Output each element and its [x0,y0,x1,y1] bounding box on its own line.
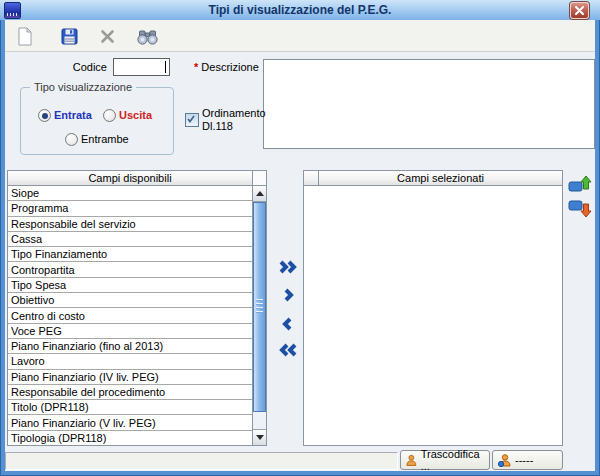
codice-input[interactable] [113,58,170,76]
list-item[interactable]: Tipo Spesa [8,278,252,293]
double-chevron-right-icon [278,260,298,274]
close-icon [575,6,584,15]
move-up-button[interactable] [568,173,592,195]
dashes-label: ----- [515,454,533,466]
available-list-header[interactable]: Campi disponibili [7,170,253,186]
delete-button[interactable] [95,24,119,48]
radio-entrata-label[interactable]: Entrata [54,109,92,121]
available-list-scrollbar[interactable] [252,185,267,446]
selected-header-rowcell [304,171,319,185]
trascodifica-button[interactable]: Trascodifica ... [400,450,490,470]
person-info-icon [498,454,511,467]
search-button[interactable] [133,24,161,48]
list-item[interactable]: Tipo Finanziamento [8,247,252,262]
scroll-down-icon [256,435,264,440]
list-item[interactable]: Programma [8,201,252,216]
ordinamento-label-line1: Ordinamento [202,107,266,119]
list-item[interactable]: Responsabile del servizio [8,217,252,232]
scroll-up-button[interactable] [253,186,266,202]
search-binoculars-icon [136,28,159,45]
list-item[interactable]: Titolo (DPR118) [8,400,252,415]
list-item[interactable]: Responsabile del procedimento [8,385,252,400]
scroll-up-icon [256,191,264,196]
radio-entrambe[interactable] [65,133,78,146]
move-down-button[interactable] [568,198,592,220]
person-icon [406,454,417,467]
close-button[interactable] [570,2,589,19]
required-asterisk: * [194,61,198,73]
radio-uscita-label[interactable]: Uscita [119,109,152,121]
available-list: Siope Programma Responsabile del servizi… [7,185,253,446]
dashes-button[interactable]: ----- [492,450,563,470]
check-icon [186,114,196,124]
list-item[interactable]: Piano Finanziario (V liv. PEG) [8,415,252,430]
list-item[interactable]: Tipologia (DPR118) [8,431,252,445]
selected-list[interactable] [303,185,563,446]
delete-icon [100,29,115,44]
radio-uscita[interactable] [103,109,116,122]
title-bar: Tipi di visualizzazione del P.E.G. [0,0,600,20]
new-document-icon [17,27,33,46]
dialog-content: Codice * Descrizione Tipo visualizzazion… [5,20,595,471]
group-label: Tipo visualizzazione [30,81,136,93]
move-down-icon [568,198,592,220]
toolbar [5,20,595,52]
codice-label: Codice [55,61,107,73]
trascodifica-label: Trascodifica ... [421,448,484,472]
radio-entrata[interactable] [38,109,51,122]
status-panel [5,452,398,470]
list-item[interactable]: Piano Finanziario (IV liv. PEG) [8,370,252,385]
chevron-right-icon [281,288,295,302]
move-left-button[interactable] [277,315,299,333]
selected-list-header[interactable]: Campi selezionati [303,170,563,186]
window-title: Tipi di visualizzazione del P.E.G. [0,3,600,17]
move-all-left-button[interactable] [277,341,299,359]
double-chevron-left-icon [278,343,298,357]
chevron-left-icon [281,317,295,331]
scrollbar-grip [256,299,263,315]
move-right-button[interactable] [277,286,299,304]
list-item[interactable]: Siope [8,186,252,201]
available-header-spacer [252,170,267,186]
dialog-window: Tipi di visualizzazione del P.E.G. [0,0,600,476]
list-item[interactable]: Cassa [8,232,252,247]
tipo-visualizzazione-group: Tipo visualizzazione Entrata Uscita Entr… [20,87,174,155]
list-item[interactable]: Piano Finanziario (fino al 2013) [8,339,252,354]
ordinamento-label-line2: Dl.118 [202,120,233,132]
list-item[interactable]: Voce PEG [8,324,252,339]
descrizione-textarea[interactable] [263,59,595,149]
text-caret [165,61,166,73]
new-record-button[interactable] [13,24,37,48]
move-all-right-button[interactable] [277,258,299,276]
list-item[interactable]: Lavoro [8,354,252,369]
scrollbar-thumb[interactable] [253,202,266,412]
move-up-icon [568,173,592,195]
scroll-down-button[interactable] [253,429,266,445]
list-item[interactable]: Obiettivo [8,293,252,308]
list-item[interactable]: Contropartita [8,262,252,277]
descrizione-label: * Descrizione [194,61,259,73]
list-item[interactable]: Centro di costo [8,308,252,323]
save-icon [61,28,78,45]
save-button[interactable] [57,24,81,48]
ordinamento-checkbox[interactable] [185,113,199,127]
radio-selected-dot [42,113,48,119]
radio-entrambe-label[interactable]: Entrambe [81,133,129,145]
